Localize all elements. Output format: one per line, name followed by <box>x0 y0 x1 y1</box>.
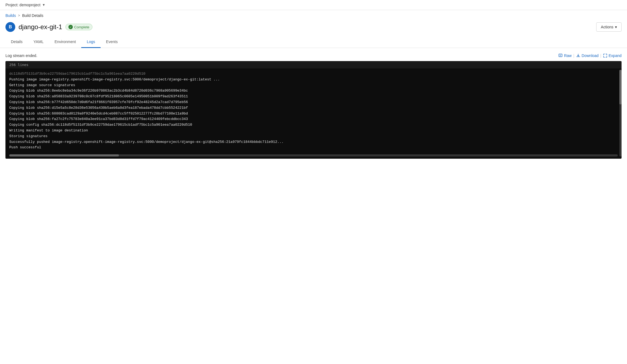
log-line: Pushing image image-registry.openshift-i… <box>9 77 618 83</box>
log-scrollbar-thumb <box>9 154 119 157</box>
project-label: Project: demoproject <box>5 3 40 7</box>
actions-button-wrapper: Actions ▾ <box>596 22 622 32</box>
log-line: Copying blob sha256:d15e5a5c8e28d36e5305… <box>9 105 618 111</box>
log-content: dc118d5f5131df3b9ce22759dae179615cb1adf7… <box>5 68 622 153</box>
log-line: Storing signatures <box>9 134 618 139</box>
status-badge: ✓ Complete <box>65 24 92 30</box>
log-line: dc118d5f5131df3b9ce22759dae179615cb1adf7… <box>9 71 618 77</box>
log-scrollbar-wrap <box>5 153 622 159</box>
log-line: Copying blob sha256:fa27c2fc75783e840a3e… <box>9 116 618 122</box>
build-icon: B <box>5 22 15 32</box>
expand-icon <box>603 53 607 58</box>
log-container-wrapper: 256 lines dc118d5f5131df3b9ce22759dae179… <box>5 61 622 159</box>
log-section: Log stream ended. Raw | Download | <box>0 48 627 164</box>
log-line: Copying blob sha256:b77f42d650dc7d0d6fa2… <box>9 100 618 105</box>
log-line: Writing manifest to image destination <box>9 128 618 134</box>
actions-label: Actions <box>601 25 613 29</box>
download-icon <box>576 53 580 58</box>
top-bar: Project: demoproject ▼ <box>0 0 627 10</box>
log-vscrollbar-thumb <box>619 70 622 104</box>
breadcrumb-separator: > <box>18 14 20 17</box>
log-actions: Raw | Download | Expand <box>558 53 622 58</box>
raw-icon <box>558 53 563 58</box>
status-label: Complete <box>74 25 89 29</box>
log-line: Copying blob sha256:a858833a9239708c0c07… <box>9 94 618 100</box>
breadcrumb-current: Build Details <box>22 13 43 18</box>
breadcrumb-builds-link[interactable]: Builds <box>5 13 16 18</box>
log-line: Successfully pushed image-registry.opens… <box>9 139 618 145</box>
check-icon: ✓ <box>68 25 73 29</box>
raw-link[interactable]: Raw <box>558 53 572 58</box>
log-sep-2: | <box>600 53 601 58</box>
tab-environment[interactable]: Environment <box>49 36 82 48</box>
tab-events[interactable]: Events <box>101 36 123 48</box>
log-line: Copying config sha256:dc118d5f5131df3b9c… <box>9 122 618 128</box>
page-header-left: B django-ex-git-1 ✓ Complete <box>5 22 92 32</box>
log-lines-header: 256 lines <box>5 61 622 68</box>
log-sep-1: | <box>573 53 574 58</box>
svg-rect-0 <box>559 54 562 57</box>
actions-chevron-icon: ▾ <box>615 25 617 29</box>
project-chevron-icon: ▼ <box>42 3 45 7</box>
tabs-nav: Details YAML Environment Logs Events <box>0 36 627 48</box>
expand-link[interactable]: Expand <box>603 53 622 58</box>
log-scrollbar[interactable] <box>9 154 618 157</box>
project-selector[interactable]: Project: demoproject ▼ <box>5 3 45 7</box>
breadcrumb: Builds > Build Details <box>0 10 627 20</box>
log-header: Log stream ended. Raw | Download | <box>5 53 622 58</box>
log-line: Getting image source signatures <box>9 83 618 88</box>
tab-yaml[interactable]: YAML <box>28 36 49 48</box>
log-container[interactable]: 256 lines dc118d5f5131df3b9ce22759dae179… <box>5 61 622 159</box>
log-vscrollbar[interactable] <box>619 70 622 157</box>
actions-button[interactable]: Actions ▾ <box>596 22 622 32</box>
tab-logs[interactable]: Logs <box>81 36 100 48</box>
log-line: Copying blob sha256:608083cad0129a0f9240… <box>9 111 618 117</box>
log-line: Push successful <box>9 145 618 151</box>
tab-details[interactable]: Details <box>5 36 28 48</box>
page-header: B django-ex-git-1 ✓ Complete Actions ▾ <box>0 20 627 36</box>
log-line: Copying blob sha256:8eebc8eba34c9e36f226… <box>9 88 618 94</box>
build-title: django-ex-git-1 <box>19 23 62 31</box>
log-status-text: Log stream ended. <box>5 53 37 58</box>
download-link[interactable]: Download <box>576 53 599 58</box>
